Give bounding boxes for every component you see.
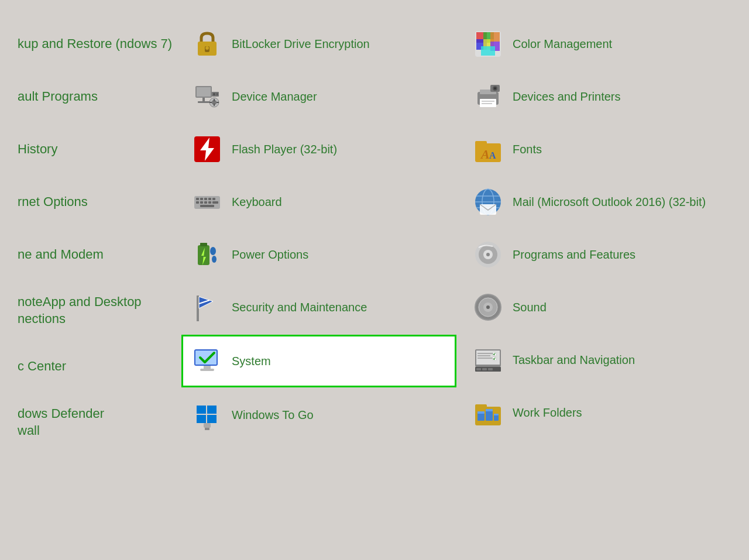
svg-rect-24 (196, 201, 199, 204)
svg-point-79 (486, 253, 490, 256)
svg-rect-21 (204, 198, 207, 200)
mail-label: Mail (Microsoft Outlook 2016) (32-bit) (513, 194, 706, 209)
svg-rect-55 (490, 32, 500, 42)
fonts-label: Fonts (513, 142, 542, 157)
svg-point-83 (486, 305, 490, 309)
color-management-item[interactable]: Color Management (462, 18, 743, 70)
taskbar-navigation-item[interactable]: Taskbar and Navigation (462, 334, 743, 386)
devices-printers-label: Devices and Printers (513, 89, 621, 104)
keyboard-item[interactable]: Keyboard (181, 176, 462, 228)
flash-player-label: Flash Player (32-bit) (232, 142, 337, 157)
devices-printers-icon (472, 80, 504, 113)
taskbar-navigation-icon (472, 343, 504, 376)
sidebar-item-windows-defender[interactable]: dows Defender wall (12, 393, 181, 452)
programs-features-label: Programs and Features (513, 247, 635, 262)
sidebar-item-internet-options[interactable]: rnet Options (12, 176, 181, 228)
sidebar-item-phone-modem[interactable]: ne and Modem (12, 228, 181, 281)
programs-features-icon (472, 238, 504, 271)
svg-rect-23 (212, 198, 215, 200)
svg-rect-90 (477, 358, 492, 359)
svg-rect-25 (200, 201, 203, 204)
windows-to-go-item[interactable]: Windows To Go (181, 389, 462, 441)
svg-rect-42 (200, 369, 214, 371)
fonts-icon: A A (472, 133, 504, 166)
svg-rect-29 (200, 205, 214, 207)
svg-text:A: A (489, 150, 496, 160)
mail-item[interactable]: Mail (Microsoft Outlook 2016) (32-bit) (462, 176, 743, 228)
keyboard-icon (191, 185, 224, 218)
svg-rect-98 (475, 404, 487, 409)
work-folders-item[interactable]: Work Folders (462, 386, 743, 439)
svg-rect-15 (217, 102, 219, 103)
svg-rect-19 (196, 198, 199, 200)
svg-rect-27 (208, 201, 211, 204)
svg-point-2 (205, 46, 209, 50)
svg-rect-14 (209, 102, 212, 103)
svg-rect-93 (482, 368, 487, 370)
svg-rect-4 (197, 87, 211, 97)
svg-rect-48 (205, 428, 209, 430)
svg-rect-67 (475, 141, 487, 146)
svg-rect-13 (214, 104, 215, 106)
svg-rect-26 (204, 201, 207, 204)
flash-player-item[interactable]: Flash Player (32-bit) (181, 123, 462, 176)
work-folders-icon (472, 396, 504, 429)
svg-rect-103 (486, 409, 493, 411)
power-options-icon (191, 238, 224, 271)
right-column: Color Management Devices and Printer (462, 12, 743, 548)
keyboard-label: Keyboard (232, 194, 282, 209)
svg-rect-62 (482, 103, 492, 104)
system-item[interactable]: System (181, 335, 456, 387)
color-management-icon (472, 28, 504, 60)
power-options-item[interactable]: Power Options (181, 228, 462, 281)
flash-player-icon (191, 133, 224, 166)
svg-rect-45 (197, 415, 206, 423)
programs-features-item[interactable]: Programs and Features (462, 228, 743, 281)
mail-icon (472, 185, 504, 218)
sound-label: Sound (513, 300, 547, 315)
mid-column: BitLocker Drive Encryption (181, 12, 462, 548)
control-panel: kup and Restore (ndows 7) ault Programs … (0, 0, 749, 560)
bitlocker-label: BitLocker Drive Encryption (232, 36, 370, 51)
svg-rect-6 (213, 93, 215, 95)
sidebar-item-history[interactable]: History (12, 123, 181, 176)
security-maintenance-item[interactable]: Security and Maintenance (181, 281, 462, 334)
svg-rect-44 (207, 406, 217, 414)
svg-rect-9 (198, 101, 211, 103)
device-manager-label: Device Manager (232, 89, 317, 104)
sidebar-item-default-programs[interactable]: ault Programs (12, 70, 181, 123)
security-maintenance-icon (191, 291, 224, 324)
device-manager-icon (191, 80, 224, 113)
svg-rect-31 (200, 243, 207, 246)
devices-printers-item[interactable]: Devices and Printers (462, 70, 743, 123)
svg-rect-35 (197, 296, 199, 321)
sound-icon (472, 291, 504, 324)
sidebar-item-remoteapp[interactable]: noteApp and Desktop nections (12, 281, 181, 340)
sidebar-item-action-center[interactable]: c Center (12, 340, 181, 393)
color-management-label: Color Management (513, 36, 612, 51)
svg-rect-61 (482, 101, 494, 102)
sound-item[interactable]: Sound (462, 281, 743, 334)
windows-to-go-icon (191, 398, 224, 431)
svg-rect-92 (476, 368, 481, 370)
taskbar-navigation-label: Taskbar and Navigation (513, 352, 635, 367)
svg-rect-94 (488, 368, 493, 370)
system-icon (191, 345, 224, 377)
left-column: kup and Restore (ndows 7) ault Programs … (0, 12, 181, 548)
fonts-item[interactable]: A A Fonts (462, 123, 743, 176)
svg-rect-102 (477, 411, 485, 414)
bitlocker-item[interactable]: BitLocker Drive Encryption (181, 18, 462, 70)
svg-rect-8 (202, 98, 205, 101)
windows-to-go-label: Windows To Go (232, 407, 314, 422)
svg-rect-20 (200, 198, 203, 200)
svg-rect-22 (208, 198, 211, 200)
security-maintenance-label: Security and Maintenance (232, 300, 367, 315)
work-folders-label: Work Folders (513, 405, 582, 420)
svg-rect-47 (204, 423, 211, 428)
svg-rect-88 (477, 353, 494, 354)
device-manager-item[interactable]: Device Manager (181, 70, 462, 123)
svg-rect-41 (204, 366, 211, 369)
sidebar-item-backup[interactable]: kup and Restore (ndows 7) (12, 18, 181, 70)
svg-point-33 (210, 247, 216, 255)
system-label: System (232, 353, 271, 369)
